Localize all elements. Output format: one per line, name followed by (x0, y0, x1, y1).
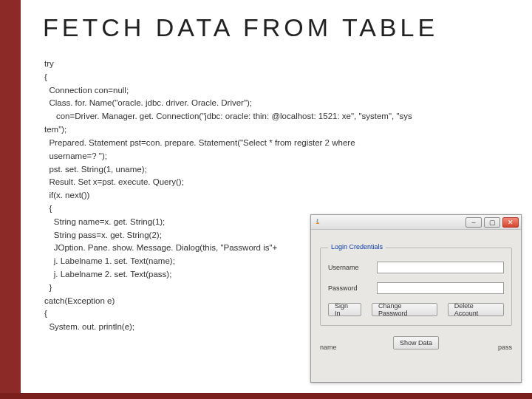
code-line: Prepared. Statement pst=con. prepare. St… (44, 137, 517, 150)
code-line: Class. for. Name("oracle. jdbc. driver. … (44, 97, 517, 110)
signin-button[interactable]: Sign In (328, 303, 361, 316)
code-line: Result. Set x=pst. execute. Query(); (44, 176, 517, 189)
row-password: Password (328, 282, 504, 294)
accent-left-bar (0, 0, 21, 399)
bottom-labels: name pass (320, 344, 512, 351)
code-line: { (44, 71, 517, 84)
code-line: username=? "); (44, 150, 517, 163)
button-row: Sign In Change Password Delete Account (328, 303, 504, 316)
minimize-button[interactable]: – (466, 217, 482, 228)
login-group: Login Credentials Username Password Sign… (320, 248, 512, 326)
slide: FETCH DATA FROM TABLE try { Connection c… (0, 0, 532, 399)
row-username: Username (328, 262, 504, 273)
change-password-button[interactable]: Change Password (372, 303, 437, 316)
code-line: if(x. next()) (44, 189, 517, 202)
code-line: con=Driver. Manager. get. Connection("jd… (44, 110, 517, 123)
username-label: Username (328, 264, 369, 271)
close-button[interactable]: ✕ (502, 217, 519, 228)
name-output-label: name (320, 344, 337, 351)
pass-output-label: pass (498, 344, 512, 351)
code-line: pst. set. String(1, uname); (44, 163, 517, 177)
slide-title: FETCH DATA FROM TABLE (43, 13, 438, 42)
panel-area: Login Credentials Username Password Sign… (311, 230, 521, 355)
group-title: Login Credentials (328, 243, 386, 250)
delete-account-button[interactable]: Delete Account (448, 303, 504, 316)
password-field[interactable] (377, 282, 504, 294)
code-line: Connection con=null; (44, 84, 517, 98)
java-app-window: – ▢ ✕ Login Credentials Username Passwor… (310, 214, 522, 383)
accent-bottom-bar (0, 393, 532, 399)
code-line: try (44, 58, 517, 71)
maximize-button[interactable]: ▢ (484, 217, 500, 228)
username-field[interactable] (377, 262, 504, 273)
password-label: Password (328, 284, 369, 292)
window-buttons: – ▢ ✕ (466, 217, 519, 228)
titlebar: – ▢ ✕ (311, 215, 521, 230)
code-line: tem"); (44, 123, 517, 137)
java-icon (313, 218, 322, 227)
